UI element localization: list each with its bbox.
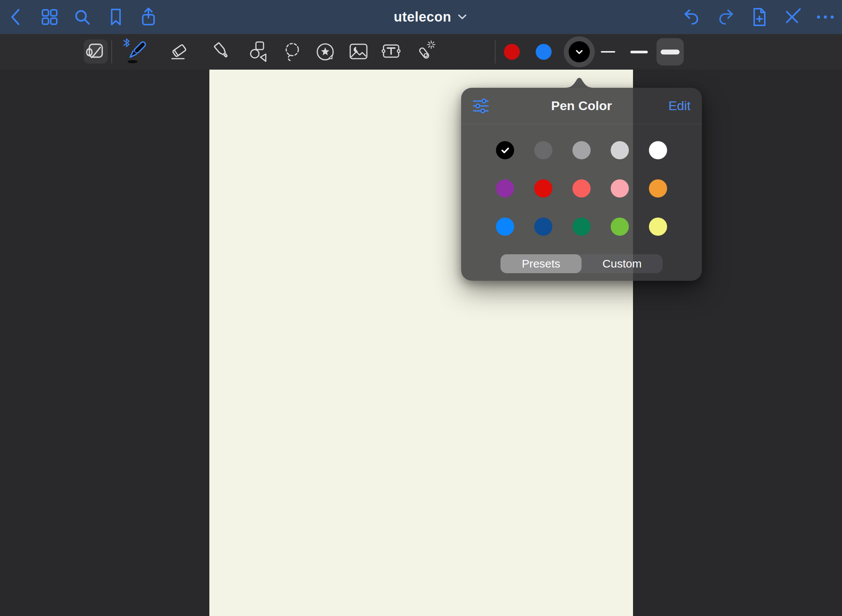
pen-color-swatch-coral[interactable] [572,179,591,198]
back-button[interactable] [6,6,27,28]
lasso-tool-button[interactable] [280,40,304,64]
pen-tool-button[interactable] [121,37,150,66]
toolbar-color-blue[interactable] [536,34,552,70]
pen-color-swatch-orange[interactable] [649,179,667,198]
toolbar-color-black-selected[interactable] [564,34,595,70]
more-options-button[interactable] [815,6,836,28]
pen-color-swatch-white[interactable] [649,141,667,159]
selected-color-ring [564,36,595,67]
more-options-icon [815,6,836,28]
pen-color-swatch-purple[interactable] [496,179,514,198]
stickers-tool-button[interactable] [313,40,337,64]
color-dot [536,44,552,60]
toolbar-divider [111,40,112,64]
popover-title: Pen Color [461,98,702,113]
stroke-width-bar [661,50,680,54]
share-button[interactable] [138,6,159,28]
toolbar-color-red[interactable] [504,34,520,70]
search-icon [72,6,93,28]
editing-mode-icon [84,39,108,64]
shapes-icon [248,40,272,64]
pen-color-swatch-yellow[interactable] [649,218,667,236]
title-chevron-down-icon [458,14,466,20]
toolbar-divider [495,40,496,64]
back-icon [6,6,27,28]
pen-color-swatch-navy[interactable] [534,218,552,236]
pen-color-swatch-pink[interactable] [611,179,629,198]
stylus-toggle-button[interactable] [781,6,803,28]
bookmark-button[interactable] [105,6,126,28]
stroke-width-bar [601,51,615,53]
search-button[interactable] [72,6,93,28]
pen-settings-button[interactable] [472,98,489,114]
add-page-icon [749,6,770,28]
highlighter-tool-button[interactable] [210,40,235,64]
text-tool-icon [379,40,403,64]
edit-colors-button[interactable]: Edit [668,98,691,113]
thickness-thin[interactable] [601,34,615,70]
popover-arrow [565,76,594,88]
text-tool-button[interactable] [379,40,403,64]
canvas-area [0,70,842,616]
pen-color-swatch-red[interactable] [534,179,552,198]
redo-button[interactable] [715,6,736,28]
image-tool-button[interactable] [346,40,371,64]
page-thumbnails-button[interactable] [39,6,60,28]
laser-pointer-icon [414,40,438,64]
redo-icon [715,6,736,28]
color-swatch-grid [496,141,667,236]
pen-color-popover: Pen Color Edit PresetsCustom [461,88,702,281]
popover-header: Pen Color Edit [461,88,702,124]
selected-color-dot [569,41,590,62]
pen-color-swatch-teal[interactable] [572,218,591,236]
page-thumbnails-icon [39,6,60,28]
color-dot [504,44,520,60]
pen-tool-icon [121,37,150,66]
undo-button[interactable] [681,6,702,28]
add-page-button[interactable] [749,6,770,28]
eraser-icon [167,40,191,64]
highlighter-icon [210,40,235,64]
tools-toolbar [0,34,842,70]
document-title: utelecon [394,9,451,25]
pen-color-swatch-light-gray[interactable] [611,141,629,159]
thickness-selected-background [656,38,684,65]
shapes-tool-button[interactable] [248,40,272,64]
thickness-medium[interactable] [630,34,648,70]
check-icon [501,147,509,154]
pen-color-swatch-blue[interactable] [496,218,514,236]
eraser-tool-button[interactable] [167,40,191,64]
share-icon [138,6,159,28]
stickers-icon [313,40,337,64]
pen-color-swatch-green[interactable] [611,218,629,236]
stylus-toggle-icon [781,6,803,28]
stroke-width-bar [630,51,648,53]
notes-app: utelecon [0,0,842,616]
presets-custom-segmented-control: PresetsCustom [501,254,663,273]
pen-color-swatch-gray[interactable] [572,141,591,159]
editing-mode-button[interactable] [84,39,108,64]
pen-color-swatch-dark-gray[interactable] [534,141,552,159]
sliders-icon [472,98,489,114]
laser-pointer-tool-button[interactable] [414,40,438,64]
undo-icon [681,6,702,28]
image-icon [346,40,371,64]
top-navigation-bar: utelecon [0,0,842,34]
bluetooth-icon [124,39,129,47]
bookmark-icon [105,6,126,28]
document-title-button[interactable]: utelecon [394,0,466,34]
tab-custom[interactable]: Custom [582,254,663,273]
tab-presets[interactable]: Presets [501,254,582,273]
pen-color-swatch-black-selected[interactable] [496,141,514,159]
chevron-down-icon [576,50,583,54]
lasso-icon [280,40,304,64]
thickness-thick-selected[interactable] [656,34,684,70]
